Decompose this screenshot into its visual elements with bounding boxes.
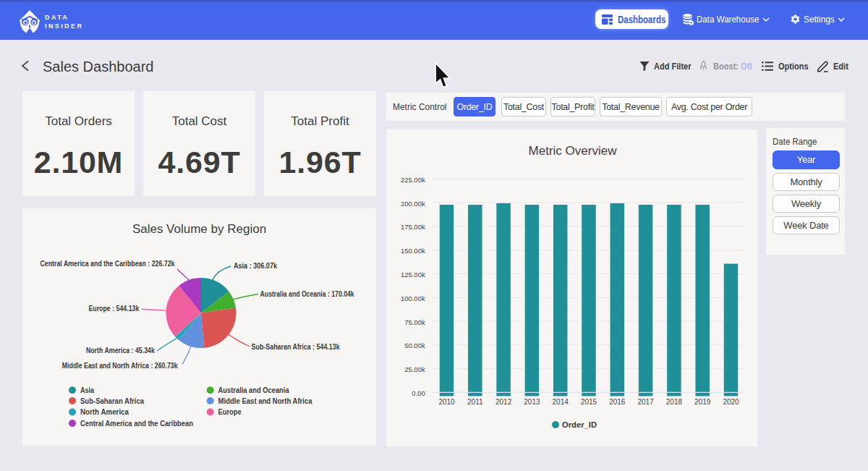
svg-text:Asia : 306.07k: Asia : 306.07k	[234, 261, 277, 270]
svg-text:2019: 2019	[694, 398, 711, 406]
svg-text:2016: 2016	[609, 398, 626, 406]
svg-text:2010: 2010	[438, 398, 455, 406]
svg-text:2015: 2015	[581, 398, 597, 406]
svg-text:Middle East and North Africa :: Middle East and North Africa : 260.73k	[62, 361, 178, 370]
svg-text:Sales Volume by Region: Sales Volume by Region	[132, 222, 266, 236]
svg-text:2018: 2018	[666, 398, 683, 406]
svg-text:Metric Overview: Metric Overview	[529, 144, 618, 158]
svg-text:2011: 2011	[467, 398, 483, 406]
svg-text:150.00k: 150.00k	[401, 247, 425, 255]
svg-text:225.00k: 225.00k	[401, 176, 425, 184]
svg-text:Central America and the Caribb: Central America and the Caribbean : 226.…	[41, 259, 175, 268]
svg-text:75.00k: 75.00k	[404, 318, 425, 326]
svg-text:Sub-Saharan Africa : 544.13k: Sub-Saharan Africa : 544.13k	[252, 342, 340, 351]
svg-text:Asia: Asia	[80, 386, 95, 394]
svg-text:Europe : 544.13k: Europe : 544.13k	[88, 304, 139, 313]
svg-text:2013: 2013	[524, 398, 540, 406]
svg-text:2017: 2017	[637, 398, 654, 406]
svg-text:25.00k: 25.00k	[404, 365, 425, 373]
svg-text:North America: North America	[80, 407, 129, 416]
svg-text:Middle East and North Africa: Middle East and North Africa	[218, 396, 313, 405]
svg-text:North America : 45.34k: North America : 45.34k	[86, 346, 155, 355]
svg-text:Central America and the Caribb: Central America and the Caribbean	[80, 419, 193, 428]
svg-text:Sub-Saharan Africa: Sub-Saharan Africa	[80, 396, 145, 405]
svg-text:Australia and Oceania: Australia and Oceania	[218, 386, 290, 394]
svg-text:175.00k: 175.00k	[401, 223, 425, 231]
svg-text:0.00: 0.00	[412, 389, 425, 397]
svg-text:50.00k: 50.00k	[404, 341, 425, 349]
svg-text:125.00k: 125.00k	[401, 271, 425, 279]
svg-text:2020: 2020	[723, 398, 739, 406]
svg-text:2012: 2012	[495, 398, 512, 406]
svg-text:Order_ID: Order_ID	[562, 420, 597, 429]
svg-text:2014: 2014	[553, 398, 569, 406]
svg-text:Australia and Oceania : 170.04: Australia and Oceania : 170.04k	[260, 289, 354, 298]
svg-text:200.00k: 200.00k	[401, 200, 425, 208]
svg-text:100.00k: 100.00k	[401, 294, 425, 302]
svg-text:Europe: Europe	[218, 407, 242, 416]
